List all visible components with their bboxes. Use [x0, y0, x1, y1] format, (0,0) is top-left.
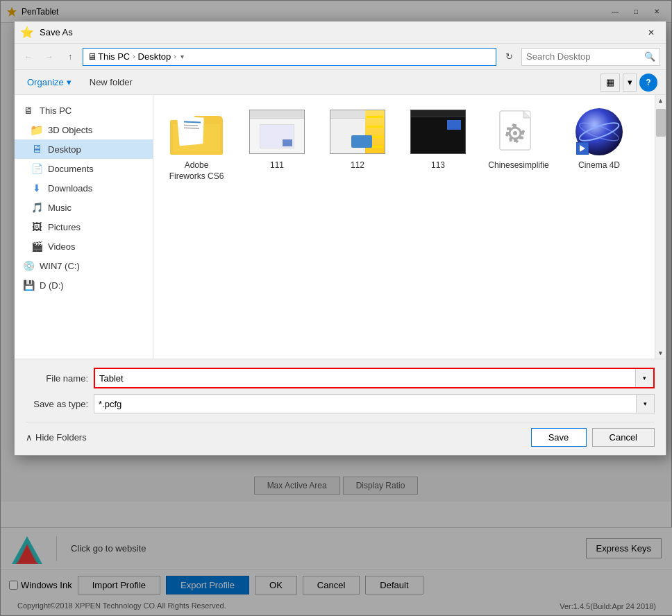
nav-panel: 🖥 This PC 📁 3D Objects 🖥 Desktop 📄 Docum… — [15, 95, 153, 359]
music-nav-label: Music — [48, 203, 72, 213]
new-folder-button[interactable]: New folder — [84, 74, 138, 90]
dialog-actions: ∧ Hide Folders Save Cancel — [26, 422, 655, 447]
filename-input[interactable] — [95, 369, 635, 387]
cinema4d-label: Cinema 4D — [578, 160, 620, 171]
file-item-adobe-fireworks[interactable]: Adobe Fireworks CS6 — [162, 103, 231, 186]
nav-item-documents[interactable]: 📄 Documents — [15, 159, 153, 178]
hide-folders-arrow-icon: ∧ — [26, 432, 33, 443]
thumb-113-icon — [410, 108, 466, 156]
refresh-button[interactable]: ↻ — [501, 49, 517, 65]
thumb-112-label: 112 — [351, 160, 364, 171]
file-item-111[interactable]: 111 — [242, 103, 312, 186]
dialog-title-left: ⭐ Save As — [20, 26, 73, 39]
forward-button[interactable]: → — [41, 49, 58, 65]
filename-dropdown-button[interactable]: ▾ — [635, 369, 653, 387]
music-nav-icon: 🎵 — [31, 202, 42, 213]
thumb-111-label: 111 — [270, 160, 284, 171]
chinesesimplified-icon — [491, 108, 546, 156]
adobe-fireworks-label: Adobe Fireworks CS6 — [166, 160, 227, 182]
savetype-input-wrapper: *.pcfg ▾ — [94, 394, 655, 413]
thumb-112-icon — [330, 108, 385, 156]
dd-nav-label: D (D:) — [40, 280, 64, 291]
svg-rect-23 — [519, 137, 523, 139]
save-as-dialog: ⭐ Save As ✕ ← → ↑ 🖥 This PC › Desktop › … — [14, 21, 666, 456]
nav-item-videos[interactable]: 🎬 Videos — [15, 237, 153, 256]
files-scrollbar: ▲ ▼ — [655, 95, 666, 359]
path-segment-desktop: Desktop — [138, 51, 171, 62]
dialog-content: 🖥 This PC 📁 3D Objects 🖥 Desktop 📄 Docum… — [15, 95, 666, 359]
view-toggle-button[interactable]: ▦ — [600, 74, 620, 92]
dialog-title-text: Save As — [40, 27, 73, 37]
up-button[interactable]: ↑ — [62, 49, 78, 65]
cancel-dialog-button[interactable]: Cancel — [592, 428, 655, 447]
nav-item-downloads[interactable]: ⬇ Downloads — [15, 178, 153, 198]
videos-nav-label: Videos — [48, 241, 76, 252]
cinema4d-badge — [576, 142, 589, 155]
folder-svg-adobe — [169, 108, 224, 156]
nav-item-3dobjects[interactable]: 📁 3D Objects — [15, 120, 153, 139]
documents-nav-icon: 📄 — [31, 163, 42, 174]
win7c-nav-icon: 💿 — [23, 260, 34, 271]
desktop-nav-label: Desktop — [48, 144, 81, 155]
downloads-nav-label: Downloads — [48, 183, 92, 194]
path-dropdown-button[interactable]: ▾ — [179, 53, 185, 60]
pictures-nav-label: Pictures — [48, 222, 81, 232]
dialog-overlay: ⭐ Save As ✕ ← → ↑ 🖥 This PC › Desktop › … — [0, 0, 672, 616]
nav-item-dd[interactable]: 💾 D (D:) — [15, 275, 153, 295]
nav-item-thispc[interactable]: 🖥 This PC — [15, 101, 153, 120]
scroll-thumb[interactable] — [656, 109, 666, 137]
search-icon: 🔍 — [644, 51, 655, 62]
videos-nav-icon: 🎬 — [31, 241, 42, 252]
downloads-nav-icon: ⬇ — [31, 182, 42, 194]
back-button[interactable]: ← — [20, 49, 37, 65]
view-dropdown-button[interactable]: ▾ — [623, 74, 637, 92]
organize-button[interactable]: Organize ▾ — [23, 74, 76, 90]
savetype-dropdown-button[interactable]: ▾ — [636, 395, 654, 413]
thispc-nav-label: This PC — [40, 105, 72, 116]
search-input[interactable] — [526, 51, 644, 62]
organize-label: Organize — [27, 77, 64, 87]
documents-nav-label: Documents — [48, 164, 94, 174]
file-item-112[interactable]: 112 — [323, 103, 392, 186]
save-button[interactable]: Save — [531, 428, 587, 447]
nav-item-music[interactable]: 🎵 Music — [15, 198, 153, 217]
thispc-icon: 🖥 — [87, 51, 96, 62]
hide-folders-button[interactable]: ∧ Hide Folders — [26, 432, 87, 443]
help-button[interactable]: ? — [639, 74, 657, 92]
thumb-113-img — [410, 110, 466, 154]
toolbar-left: Organize ▾ New folder — [23, 74, 138, 90]
svg-rect-11 — [182, 117, 203, 144]
dialog-bottom: File name: ▾ Save as type: *.pcfg ▾ ∧ Hi… — [15, 359, 666, 455]
scroll-up-arrow[interactable]: ▲ — [655, 95, 666, 106]
svg-rect-25 — [510, 137, 512, 142]
files-grid: Adobe Fireworks CS6 — [162, 103, 646, 186]
scroll-down-arrow[interactable]: ▼ — [655, 348, 666, 359]
file-item-cinema4d[interactable]: Cinema 4D — [564, 103, 634, 186]
gear-icon — [498, 110, 539, 154]
cinema4d-icon — [575, 108, 623, 156]
thispc-label: This PC — [98, 51, 130, 62]
filename-label: File name: — [26, 373, 88, 384]
savetype-row: Save as type: *.pcfg ▾ — [26, 394, 655, 413]
nav-item-pictures[interactable]: 🖼 Pictures — [15, 217, 153, 237]
dialog-close-button[interactable]: ✕ — [642, 25, 660, 40]
3dobjects-nav-label: 3D Objects — [48, 125, 92, 135]
toolbar-right: ▦ ▾ ? — [600, 74, 657, 92]
win7c-nav-label: WIN7 (C:) — [40, 261, 80, 271]
scroll-track — [655, 106, 666, 348]
desktop-nav-icon: 🖥 — [31, 144, 42, 155]
file-item-chinesesimplified[interactable]: Chinesesimplifie — [484, 103, 553, 186]
address-bar: ← → ↑ 🖥 This PC › Desktop › ▾ ↻ 🔍 — [15, 44, 666, 70]
thumb-111-icon — [249, 108, 305, 156]
filename-row: File name: ▾ — [26, 368, 655, 388]
thumb-111-img — [249, 110, 305, 154]
file-item-113[interactable]: 113 — [403, 103, 473, 186]
chinesesimplified-label: Chinesesimplifie — [488, 160, 548, 171]
dialog-titlebar: ⭐ Save As ✕ — [15, 22, 666, 44]
nav-item-desktop[interactable]: 🖥 Desktop — [15, 139, 153, 159]
cinema4d-arrow-icon — [578, 144, 587, 153]
dd-nav-icon: 💾 — [23, 280, 34, 291]
nav-item-win7c[interactable]: 💿 WIN7 (C:) — [15, 256, 153, 275]
svg-point-17 — [513, 131, 517, 135]
thumb-113-label: 113 — [431, 160, 445, 171]
